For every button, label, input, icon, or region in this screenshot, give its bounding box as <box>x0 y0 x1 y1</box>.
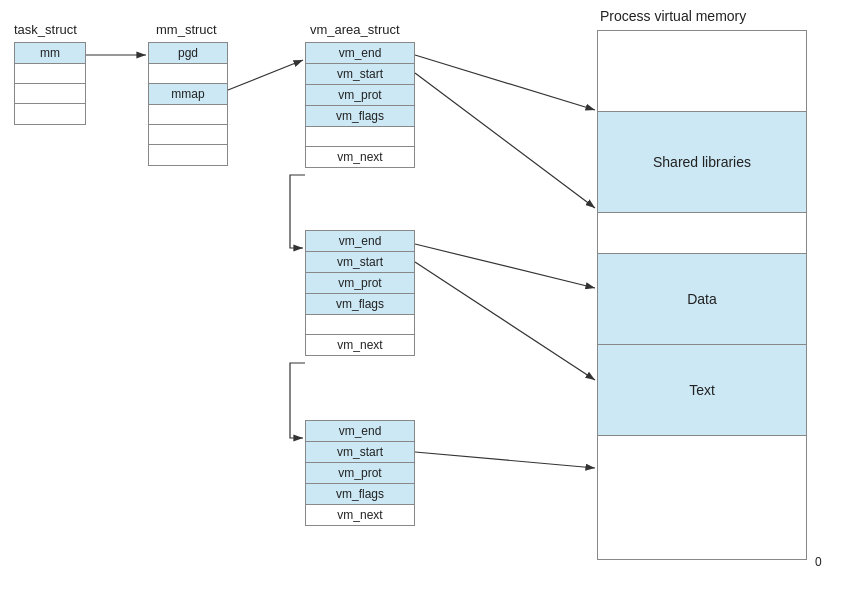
mm-struct-label: mm_struct <box>156 22 217 37</box>
vm2-end: vm_end <box>306 231 414 252</box>
vm2-next: vm_next <box>306 335 414 355</box>
vm2-start: vm_start <box>306 252 414 273</box>
pvm-mid-empty <box>598 213 806 253</box>
vm1-flags: vm_flags <box>306 106 414 127</box>
vm-block-1: vm_end vm_start vm_prot vm_flags vm_next <box>305 42 415 168</box>
vm1-next: vm_next <box>306 147 414 167</box>
mm-struct-spacer3 <box>149 125 227 145</box>
vm1-prot: vm_prot <box>306 85 414 106</box>
task-struct-label: task_struct <box>14 22 77 37</box>
pvm-bottom-empty <box>598 436 806 466</box>
task-struct-empty3 <box>15 104 85 124</box>
vm3-end: vm_end <box>306 421 414 442</box>
svg-line-2 <box>228 60 303 90</box>
svg-line-5 <box>415 244 595 288</box>
vm2-spacer <box>306 315 414 335</box>
pvm-text: Text <box>598 345 806 435</box>
task-struct-empty2 <box>15 84 85 104</box>
vm-block-3: vm_end vm_start vm_prot vm_flags vm_next <box>305 420 415 526</box>
vm-block-2: vm_end vm_start vm_prot vm_flags vm_next <box>305 230 415 356</box>
mm-struct-pgd-cell: pgd <box>149 43 227 64</box>
zero-label: 0 <box>815 555 822 569</box>
vm1-start: vm_start <box>306 64 414 85</box>
mm-struct-spacer1 <box>149 64 227 84</box>
pvm-panel: Shared libraries Data Text <box>597 30 807 560</box>
task-struct-box: mm <box>14 42 86 125</box>
vm1-spacer <box>306 127 414 147</box>
vm2-flags: vm_flags <box>306 294 414 315</box>
vm3-flags: vm_flags <box>306 484 414 505</box>
svg-line-3 <box>415 55 595 110</box>
pvm-title: Process virtual memory <box>600 8 746 24</box>
mm-struct-spacer2 <box>149 105 227 125</box>
pvm-data: Data <box>598 254 806 344</box>
vm3-next: vm_next <box>306 505 414 525</box>
vm1-end: vm_end <box>306 43 414 64</box>
svg-line-6 <box>415 262 595 380</box>
pvm-top-empty <box>598 31 806 111</box>
svg-line-7 <box>415 452 595 468</box>
vm2-prot: vm_prot <box>306 273 414 294</box>
mm-struct-spacer4 <box>149 145 227 165</box>
mm-struct-box: pgd mmap <box>148 42 228 166</box>
svg-line-4 <box>415 73 595 208</box>
vm3-prot: vm_prot <box>306 463 414 484</box>
mm-struct-mmap-cell: mmap <box>149 84 227 105</box>
vm-area-struct-label: vm_area_struct <box>310 22 400 37</box>
diagram: task_struct mm mm_struct pgd mmap vm_are… <box>0 0 861 597</box>
task-struct-empty1 <box>15 64 85 84</box>
task-struct-mm-cell: mm <box>15 43 85 64</box>
vm3-start: vm_start <box>306 442 414 463</box>
pvm-shared-libraries: Shared libraries <box>598 112 806 212</box>
